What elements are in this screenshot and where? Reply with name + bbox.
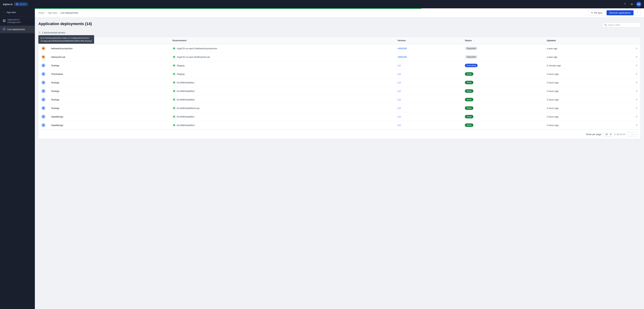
progress-bar — [35, 8, 421, 9]
table-row: ToSchedule Staging 1.0 Done 2 hours ago … — [38, 70, 640, 78]
cell-environment: ArgoCD-us-east-2/helloworld-uat — [170, 53, 394, 61]
cell-status: Done — [462, 78, 544, 87]
app-icon — [41, 115, 46, 119]
svg-rect-3 — [4, 19, 6, 20]
cell-version: #9f08385 — [395, 44, 462, 53]
external-link-icon[interactable]: ↗ — [636, 64, 638, 67]
version-link[interactable]: 1.0 — [398, 115, 401, 118]
table-row: TestApp Staging 1.0 Executing 2 minutes … — [38, 61, 640, 70]
deployments-table: Environment Version Status ↑ Updated — [38, 37, 640, 139]
settings-icon[interactable]: ⚙ — [629, 2, 634, 6]
cell-updated: a year ago — [544, 53, 633, 61]
table-row: TestApp EnvWithSatelliteGroup 1.0 Done 2… — [38, 104, 640, 112]
external-link-icon[interactable]: ↗ — [636, 107, 638, 109]
version-link[interactable]: 1.0 — [398, 64, 401, 67]
app-type-icon — [42, 56, 44, 58]
external-link-icon[interactable]: ↗ — [636, 73, 638, 75]
cell-updated: 2 hours ago — [544, 121, 633, 129]
cell-app-name: helloworld-production — [48, 44, 170, 53]
page-info: 1–10 of 14 — [614, 133, 625, 136]
cell-external-link: ↗ — [633, 95, 640, 104]
svg-point-25 — [43, 99, 44, 100]
app-type-icon — [42, 115, 44, 118]
environment-type-icon — [173, 116, 175, 118]
filter-search-icon: 🔍 — [604, 24, 607, 26]
rows-per-page-select[interactable]: 10 25 50 — [603, 132, 612, 136]
avatar[interactable]: RA — [636, 2, 641, 6]
status-badge: Executing — [465, 64, 478, 67]
svg-marker-11 — [173, 56, 175, 58]
cell-environment: EnvWithSatellite5 — [170, 95, 394, 104]
external-link-icon[interactable]: ↗ — [636, 47, 638, 50]
cell-version: 2.0 — [395, 121, 462, 129]
resync-button[interactable]: ↻ Re-sync — [588, 10, 605, 15]
more-options-icon: ⋮ — [636, 11, 639, 14]
environment-type-icon — [173, 98, 175, 101]
version-link[interactable]: 1.0 — [398, 98, 401, 101]
svg-point-22 — [43, 91, 44, 92]
version-link[interactable]: 1.0 — [398, 73, 401, 75]
cell-updated: 2 hours ago — [544, 87, 633, 95]
app-type-icon — [42, 47, 44, 50]
version-link[interactable]: #9f08385 — [398, 47, 407, 50]
more-options-button[interactable]: ⋮ — [635, 10, 640, 16]
live-deployments-icon — [3, 28, 6, 31]
version-link[interactable]: 2.0 — [398, 124, 401, 127]
col-header-environment: Environment — [170, 37, 394, 44]
svg-rect-4 — [3, 21, 4, 22]
svg-marker-8 — [42, 47, 44, 49]
main-content: Home › App view › Live deployments ↻ Re-… — [35, 8, 644, 309]
app-icon — [41, 97, 46, 102]
cell-updated: 2 hours ago — [544, 78, 633, 87]
next-page-button[interactable]: › — [633, 132, 638, 137]
col-header-status[interactable]: Status ↑ — [462, 37, 544, 44]
external-link-icon[interactable]: ↗ — [636, 55, 638, 58]
cell-app-icon — [38, 121, 48, 129]
filter-input[interactable] — [608, 24, 638, 26]
external-link-icon[interactable]: ↗ — [636, 98, 638, 101]
cell-version: 1.0 — [395, 95, 462, 104]
version-link[interactable]: #9f08385 — [398, 56, 407, 58]
external-link-icon[interactable]: ↗ — [636, 115, 638, 118]
version-link[interactable]: 1.0 — [398, 81, 401, 84]
sidebar-item-label-live-deployments: Live deployments — [7, 28, 25, 31]
status-badge: Done — [465, 123, 473, 127]
cell-external-link: ↗ — [633, 112, 640, 121]
environment-type-icon — [173, 73, 175, 75]
page-navigation: ‹ › — [627, 132, 638, 137]
app-type-icon — [42, 107, 44, 109]
version-link[interactable]: 1.0 — [398, 107, 401, 109]
cell-updated: 2 hours ago — [544, 112, 633, 121]
breadcrumb-home[interactable]: Home — [38, 11, 44, 14]
environment-type-icon — [173, 56, 175, 58]
external-link-icon[interactable]: ↗ — [636, 81, 638, 84]
cell-version: 1.0 — [395, 70, 462, 78]
svg-marker-20 — [173, 82, 175, 83]
version-link[interactable]: 1.0 — [398, 90, 401, 92]
breadcrumb: Home › App view › Live deployments — [38, 11, 78, 14]
cell-environment: Staging — [170, 61, 394, 70]
help-icon[interactable]: ? — [622, 2, 627, 6]
svg-point-28 — [43, 108, 44, 109]
cell-status: Done — [462, 112, 544, 121]
sidebar-item-live-deployments[interactable]: Live deployments — [0, 25, 35, 33]
breadcrumb-app-view[interactable]: App view — [48, 11, 57, 14]
cell-status: Done — [462, 104, 544, 112]
external-link-icon[interactable]: ↗ — [636, 124, 638, 127]
app-icon — [41, 123, 46, 127]
cell-app-icon — [38, 87, 48, 95]
env-icon — [172, 98, 176, 101]
sidebar-back-button[interactable]: ← App view — [0, 8, 35, 16]
cell-external-link: ↗ — [633, 78, 640, 87]
svg-marker-32 — [173, 116, 175, 117]
svg-marker-26 — [173, 99, 175, 100]
cell-app-name: TestApp — [48, 87, 170, 95]
prev-page-button[interactable]: ‹ — [627, 132, 632, 137]
discover-applications-button[interactable]: Discover applications — [606, 10, 634, 15]
sidebar-item-applications-management[interactable]: Applications management — [0, 16, 35, 25]
cell-external-link: ↗ — [633, 121, 640, 129]
external-link-icon[interactable]: ↗ — [636, 90, 638, 92]
table-row: TestApp EnvWithSatellite1 1.0 Done 2 hou… — [38, 78, 640, 87]
svg-marker-29 — [173, 107, 175, 109]
header-bar: Home › App view › Live deployments ↻ Re-… — [35, 8, 644, 17]
